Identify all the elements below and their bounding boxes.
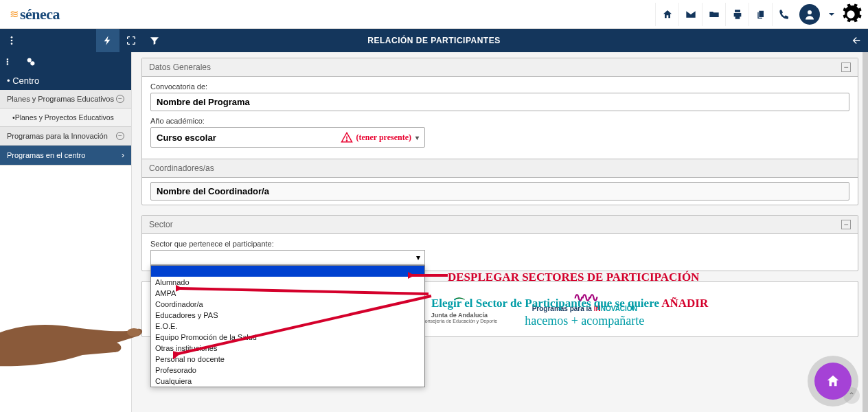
panel-subtitle-coord: Coordinadores/as	[149, 163, 214, 173]
sidebar-item-planes-proyectos[interactable]: •Planes y Proyectos Educativos	[0, 108, 131, 127]
svg-point-2	[11, 40, 13, 42]
menu-icon[interactable]	[0, 29, 23, 52]
svg-point-1	[11, 36, 13, 38]
dropdown-option[interactable]: Equipo Promoción de la Salud	[151, 332, 424, 343]
field-value-coordinador: Nombre del Coordinador/a	[150, 182, 849, 201]
toolbar: RELACIÓN DE PARTICIPANTES	[0, 29, 868, 52]
select-sector[interactable]: ▾	[150, 250, 425, 265]
sidebar-tab-link-icon[interactable]	[21, 52, 41, 71]
sidebar-item-programas-innovacion[interactable]: Programas para la Innovación −	[0, 127, 131, 146]
svg-rect-4	[7, 58, 8, 60]
print-icon[interactable]	[725, 3, 749, 26]
dropdown-option-blank[interactable]	[151, 266, 424, 277]
gear-icon[interactable]	[839, 3, 863, 26]
dropdown-option[interactable]: Otras instituciones	[151, 343, 424, 354]
svg-point-0	[808, 10, 812, 14]
field-value-convocatoria: Nombre del Programa	[150, 93, 849, 111]
svg-point-3	[11, 43, 13, 45]
pointing-hand-illustration	[0, 293, 158, 385]
mail-icon[interactable]	[678, 3, 702, 26]
dropdown-option[interactable]: Profesorado	[151, 365, 424, 376]
panel-datos-generales: Datos Generales − Convocatoria de: Nombr…	[141, 58, 858, 205]
dropdown-option[interactable]: Alumnado	[151, 277, 424, 288]
sidebar-section-head: • Centro	[0, 71, 131, 90]
sidebar-item-label: •Planes y Proyectos Educativos	[12, 113, 114, 122]
expand-icon[interactable]	[119, 29, 143, 52]
select-value: Curso escolar	[157, 133, 216, 143]
top-header: ≋séneca	[0, 0, 868, 29]
annotation-desplegar: DESPLEGAR SECTORES DE PARTICIPACIÓN	[448, 271, 699, 284]
dropdown-option[interactable]: AMPA	[151, 288, 424, 299]
chevron-right-icon: ›	[122, 150, 124, 160]
sidebar-tab-list-icon[interactable]	[0, 52, 21, 71]
dropdown-option[interactable]: Educadores y PAS	[151, 310, 424, 321]
sidebar-item-label: Programas en el centro	[7, 151, 85, 159]
content-area: Datos Generales − Convocatoria de: Nombr…	[132, 52, 868, 412]
svg-point-14	[127, 328, 141, 336]
field-label-ano: Año académico:	[150, 117, 849, 125]
sidebar-item-label: Planes y Programas Educativos	[7, 95, 114, 103]
page-title: RELACIÓN DE PARTICIPANTES	[367, 36, 500, 45]
svg-rect-5	[7, 61, 8, 62]
folder-icon[interactable]	[702, 3, 725, 26]
svg-rect-6	[7, 63, 8, 65]
svg-point-10	[347, 140, 347, 141]
user-menu-chevron-icon[interactable]	[824, 3, 839, 26]
dropdown-option[interactable]: Cualquiera	[151, 376, 424, 387]
panel-title: Datos Generales	[149, 62, 211, 72]
back-icon[interactable]	[845, 29, 868, 52]
chevron-down-icon: ▾	[416, 253, 420, 262]
floating-home-button[interactable]	[814, 363, 852, 400]
field-label-convocatoria: Convocatoria de:	[150, 82, 849, 91]
panel-collapse-icon[interactable]: −	[841, 62, 851, 72]
bolt-icon[interactable]	[96, 29, 119, 52]
chevron-down-icon: ▾	[415, 134, 419, 141]
svg-point-7	[27, 58, 31, 62]
sidebar-item-planes[interactable]: Planes y Programas Educativos −	[0, 90, 131, 108]
svg-point-8	[31, 62, 34, 65]
dropdown-option[interactable]: Personal no docente	[151, 354, 424, 365]
copy-icon[interactable]	[749, 3, 772, 26]
field-label-sector: Sector que pertenece el participante:	[150, 240, 849, 248]
user-avatar-icon[interactable]	[799, 4, 820, 25]
collapse-minus-icon[interactable]: −	[116, 132, 124, 140]
warning-annotation: (tener presente)	[341, 131, 411, 144]
panel-collapse-icon[interactable]: −	[841, 220, 851, 229]
filter-icon[interactable]	[143, 29, 166, 52]
collapse-minus-icon[interactable]: −	[116, 95, 124, 103]
sidebar-item-programas-centro[interactable]: Programas en el centro ›	[0, 146, 131, 165]
home-icon[interactable]	[655, 3, 678, 26]
select-ano-academico[interactable]: Curso escolar (tener presente) ▾	[150, 127, 425, 148]
sidebar-item-label: Programas para la Innovación	[7, 132, 108, 140]
dropdown-sector-list: Alumnado AMPA Coordinador/a Educadores y…	[150, 265, 425, 387]
panel-title: Sector	[149, 220, 173, 229]
dropdown-option[interactable]: E.O.E.	[151, 321, 424, 332]
panel-sector: Sector − Sector que pertenece el partici…	[141, 215, 858, 271]
phone-icon[interactable]	[772, 3, 795, 26]
annotation-elegir: Elegir el Sector de Participantes que se…	[431, 297, 708, 310]
dropdown-option[interactable]: Coordinador/a	[151, 299, 424, 310]
app-logo: ≋séneca	[10, 3, 60, 25]
scrollbar[interactable]	[863, 52, 868, 412]
